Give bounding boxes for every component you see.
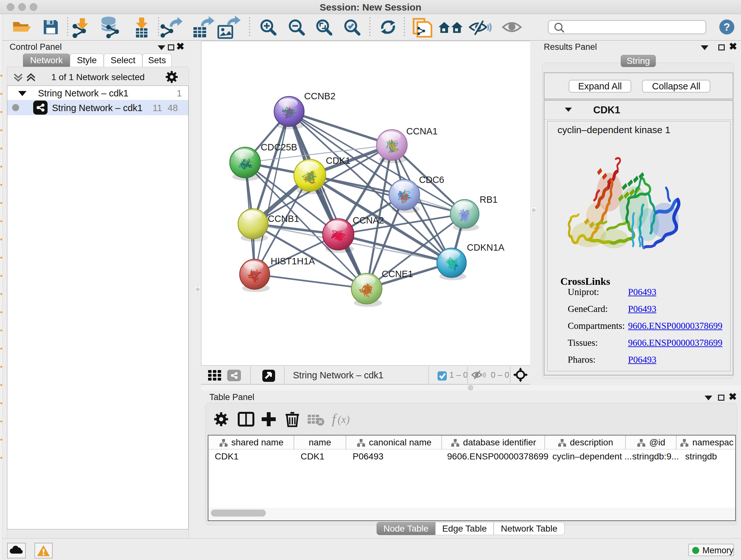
svg-text:CCNE1: CCNE1 xyxy=(382,269,413,279)
svg-text:CCNB2: CCNB2 xyxy=(304,91,335,101)
svg-text:(x): (x) xyxy=(338,414,350,426)
svg-text:RB1: RB1 xyxy=(480,194,497,205)
svg-text:CDC6: CDC6 xyxy=(419,175,444,185)
svg-text:CCNA2: CCNA2 xyxy=(353,215,384,226)
svg-text:CCNA1: CCNA1 xyxy=(406,126,437,136)
svg-text:1 – 0: 1 – 0 xyxy=(449,370,468,380)
svg-text:CCNB1: CCNB1 xyxy=(268,213,299,224)
svg-text:CDK1: CDK1 xyxy=(326,155,350,166)
svg-text:String Network – cdk1: String Network – cdk1 xyxy=(293,370,384,380)
svg-text:HIST1H1A: HIST1H1A xyxy=(271,256,315,266)
svg-text:CDC25B: CDC25B xyxy=(261,142,297,152)
svg-text:f: f xyxy=(332,411,338,427)
svg-text:CDKN1A: CDKN1A xyxy=(467,242,504,253)
svg-text:0 – 0: 0 – 0 xyxy=(491,370,509,380)
